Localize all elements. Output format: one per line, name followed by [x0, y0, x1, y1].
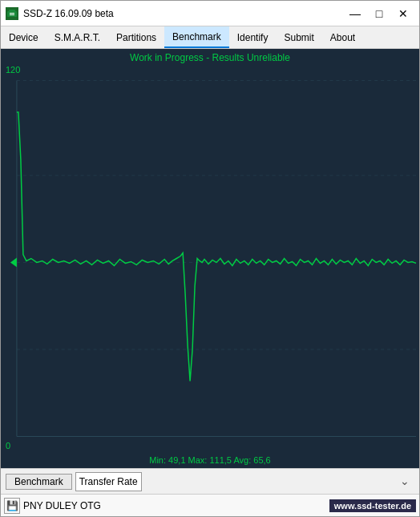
svg-rect-2	[10, 13, 14, 14]
menu-item-device[interactable]: Device	[1, 26, 46, 48]
svg-rect-1	[9, 10, 15, 12]
svg-rect-0	[7, 11, 17, 17]
svg-marker-10	[10, 258, 17, 268]
close-button[interactable]: ✕	[392, 5, 414, 22]
title-text: SSD-Z 16.09.09 beta	[23, 8, 114, 19]
menu-item-identify[interactable]: Identify	[229, 26, 277, 48]
chart-svg	[1, 49, 419, 468]
minimize-button[interactable]: —	[344, 5, 366, 22]
menu-item-submit[interactable]: Submit	[276, 26, 321, 48]
title-bar: SSD-Z 16.09.09 beta — □ ✕	[1, 1, 419, 26]
menu-bar: Device S.M.A.R.T. Partitions Benchmark I…	[1, 26, 419, 49]
benchmark-button[interactable]: Benchmark	[6, 474, 72, 490]
device-name: PNY DULEY OTG	[23, 500, 326, 511]
menu-item-about[interactable]: About	[322, 26, 363, 48]
bottom-bar: Benchmark Transfer Rate	[1, 468, 419, 494]
title-controls: — □ ✕	[344, 5, 414, 22]
menu-item-smart[interactable]: S.M.A.R.T.	[46, 26, 108, 48]
device-icon: 💾	[4, 498, 20, 514]
transfer-select-wrapper: Transfer Rate	[75, 472, 414, 491]
maximize-button[interactable]: □	[368, 5, 390, 22]
chart-area: Work in Progress - Results Unreliable 12…	[1, 49, 419, 468]
website-link[interactable]: www.ssd-tester.de	[329, 499, 416, 512]
chart-title: Work in Progress - Results Unreliable	[1, 52, 419, 63]
svg-rect-3	[10, 14, 14, 15]
status-bar: 💾 PNY DULEY OTG www.ssd-tester.de	[1, 494, 419, 516]
transfer-rate-select[interactable]: Transfer Rate	[75, 472, 142, 491]
main-window: SSD-Z 16.09.09 beta — □ ✕ Device S.M.A.R…	[0, 0, 420, 517]
title-bar-left: SSD-Z 16.09.09 beta	[6, 7, 114, 20]
app-icon	[6, 7, 18, 20]
menu-item-partitions[interactable]: Partitions	[108, 26, 164, 48]
menu-item-benchmark[interactable]: Benchmark	[164, 26, 229, 48]
